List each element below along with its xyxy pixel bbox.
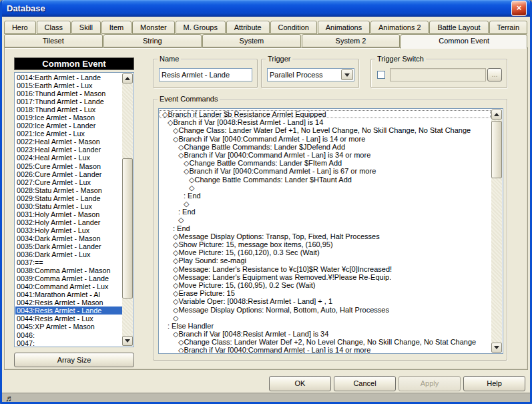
list-item[interactable]: 0041:Marathon Armlet - Al xyxy=(15,290,122,298)
tab-animations[interactable]: Animations xyxy=(318,21,370,34)
name-input[interactable] xyxy=(159,68,252,81)
tab-attribute[interactable]: Attribute xyxy=(226,21,270,34)
event-command-line[interactable]: ◇ xyxy=(160,216,491,224)
event-command-line[interactable]: ◇Erase Picture: 15 xyxy=(160,289,491,297)
list-item[interactable]: 0045:XP Armlet - Mason xyxy=(15,323,122,331)
event-command-line[interactable]: ◇Branch if Var [0040:Command Armlet - La… xyxy=(160,346,491,353)
list-item[interactable]: 0039:Comma Armlet - Lande xyxy=(15,274,122,282)
list-item[interactable]: 0034:Dark Armlet - Mason xyxy=(15,234,122,242)
help-button[interactable]: Help xyxy=(463,376,525,391)
scroll-up-icon[interactable] xyxy=(122,73,133,83)
list-item[interactable]: 0024:Heal Armlet - Lux xyxy=(15,154,122,162)
tab-system-2[interactable]: System 2 xyxy=(302,34,401,47)
list-item[interactable]: 0020:Ice Armlet - Lander xyxy=(15,122,122,130)
tab-system[interactable]: System xyxy=(202,34,301,47)
list-item[interactable]: 0033:Holy Armlet - Lux xyxy=(15,226,122,234)
event-command-line[interactable]: ◇Message Display Options: Normal, Bottom… xyxy=(160,306,491,314)
event-command-line[interactable]: ◇Change Class: Lander Water Def +2, No L… xyxy=(160,338,491,346)
close-icon[interactable]: × xyxy=(511,1,527,16)
chevron-down-icon[interactable] xyxy=(341,69,353,80)
event-command-line[interactable]: ◇Move Picture: 15, (160,120), 0.3 Sec (W… xyxy=(160,248,491,256)
list-item[interactable]: 0026:Cure Armlet - Lander xyxy=(15,170,122,178)
event-command-line[interactable]: ◇Branch if Var [0048:Resist Armlet - Lan… xyxy=(160,118,491,126)
list-item[interactable]: 0015:Earth Armlet - Lux xyxy=(15,81,122,89)
event-command-line[interactable]: ◇ xyxy=(160,200,491,208)
event-command-line[interactable]: ◇Change Battle Commands: Lander $FItem A… xyxy=(160,159,491,167)
event-command-line[interactable]: ◇Branch if Var [0040:Command Armlet - La… xyxy=(160,151,491,159)
event-command-line[interactable]: ◇Change Class: Lander Water Def +1, No L… xyxy=(160,126,491,134)
list-item[interactable]: 0030:Statu Armlet - Lux xyxy=(15,202,122,210)
tab-string[interactable]: String xyxy=(103,34,202,47)
list-item[interactable]: 0028:Statu Armlet - Mason xyxy=(15,186,122,194)
trigger-dropdown[interactable]: Parallel Process xyxy=(267,68,354,81)
list-item[interactable]: 0037:== xyxy=(15,258,122,266)
list-item[interactable]: 0029:Statu Armlet - Lande xyxy=(15,194,122,202)
list-item[interactable]: 0044:Resis Armlet - Lux xyxy=(15,315,122,323)
apply-button[interactable]: Apply xyxy=(398,376,461,391)
cancel-button[interactable]: Cancel xyxy=(334,376,396,391)
event-command-line[interactable]: ◇Move Picture: 15, (160,95), 0.2 Sec (Wa… xyxy=(160,281,491,289)
event-command-line[interactable]: ◇Show Picture: 15, message box items, (1… xyxy=(160,240,491,248)
tab-monster[interactable]: Monster xyxy=(132,21,175,34)
event-commands-scrollbar[interactable] xyxy=(491,110,502,353)
list-item[interactable]: 0018:Thund Armlet - Lux xyxy=(15,106,122,114)
event-command-line[interactable]: ◇Branch if Var [0040:Command Armlet - La… xyxy=(160,167,491,175)
ok-button[interactable]: OK xyxy=(269,376,331,391)
scroll-up-icon[interactable] xyxy=(491,110,502,120)
list-item[interactable]: 0027:Cure Armlet - Lux xyxy=(15,178,122,186)
list-item[interactable]: 0043:Resis Armlet - Lande xyxy=(15,307,122,315)
tab-item[interactable]: Item xyxy=(101,21,131,34)
list-item[interactable]: 0038:Comma Armlet - Mason xyxy=(15,266,122,274)
list-item[interactable]: 0019:Ice Armlet - Mason xyxy=(15,114,122,122)
event-command-line[interactable]: ◇Change Battle Commands: Lander $JDefend… xyxy=(160,143,491,151)
list-item[interactable]: 0021:Ice Armlet - Lux xyxy=(15,130,122,138)
list-item[interactable]: 0022:Heal Armlet - Mason xyxy=(15,138,122,146)
event-command-line[interactable]: : End xyxy=(160,224,491,232)
event-command-line[interactable]: ◇ xyxy=(160,314,491,322)
event-command-line[interactable]: ◇Variable Oper: [0048:Resist Armlet - La… xyxy=(160,297,491,305)
tab-class[interactable]: Class xyxy=(37,21,71,34)
event-scroll-track[interactable] xyxy=(491,120,502,343)
tab-hero[interactable]: Hero xyxy=(4,21,36,34)
list-item[interactable]: 0032:Holy Armlet - Lander xyxy=(15,218,122,226)
event-command-line[interactable]: ◇Message: Lander's Equipment was Removed… xyxy=(160,273,491,281)
event-command-line[interactable]: ◇Branch if Var [0048:Resist Armlet - Lan… xyxy=(160,330,491,338)
list-item[interactable]: 0025:Cure Armlet - Mason xyxy=(15,162,122,170)
event-command-line[interactable]: ◇Play Sound: se-magi xyxy=(160,256,491,264)
list-item[interactable]: 0040:Command Armlet - Lux xyxy=(15,282,122,290)
tab-animations-2[interactable]: Animations 2 xyxy=(370,21,429,34)
event-command-line[interactable]: ◇Branch if Var [0040:Command Armlet - La… xyxy=(160,135,491,143)
scroll-down-icon[interactable] xyxy=(491,343,502,353)
trigger-switch-browse-button[interactable]: ... xyxy=(487,68,502,81)
list-item[interactable]: 0035:Dark Armlet - Lander xyxy=(15,242,122,250)
event-command-line[interactable]: ◇Message: Lander's Resistance to ¥c[10]$… xyxy=(160,265,491,273)
event-command-line[interactable]: : End xyxy=(160,192,491,200)
list-item[interactable]: 0036:Dark Armlet - Lux xyxy=(15,250,122,258)
tab-skill[interactable]: Skill xyxy=(71,21,101,34)
tab-terrain[interactable]: Terrain xyxy=(489,21,527,34)
list-item[interactable]: 0047: xyxy=(15,339,122,346)
event-scroll-thumb[interactable] xyxy=(491,121,502,178)
scroll-down-icon[interactable] xyxy=(122,336,133,346)
tab-m-groups[interactable]: M. Groups xyxy=(176,21,226,34)
event-command-line[interactable]: ◇Branch if Lander $b Resistance Armlet E… xyxy=(160,110,491,118)
list-scrollbar[interactable] xyxy=(122,73,133,346)
tab-battle-layout[interactable]: Battle Layout xyxy=(429,21,488,34)
list-item[interactable]: 0042:Resis Armlet - Mason xyxy=(15,298,122,307)
array-size-button[interactable]: Array Size xyxy=(14,353,134,367)
list-item[interactable]: 0031:Holy Armlet - Mason xyxy=(15,210,122,218)
list-item[interactable]: 0014:Earth Armlet - Lande xyxy=(15,73,122,81)
event-command-line[interactable]: : End xyxy=(160,208,491,216)
event-command-line[interactable]: ◇Message Display Options: Transp, Top, F… xyxy=(160,232,491,240)
event-command-line[interactable]: ◇ xyxy=(160,184,491,192)
tab-condition[interactable]: Condition xyxy=(270,21,317,34)
trigger-switch-checkbox[interactable] xyxy=(377,71,385,79)
list-item[interactable]: 0023:Heal Armlet - Lander xyxy=(15,146,122,154)
tab-tileset[interactable]: Tileset xyxy=(4,34,103,47)
tab-common-event[interactable]: Common Event xyxy=(401,34,527,49)
list-scroll-track[interactable] xyxy=(122,83,133,336)
list-scroll-thumb[interactable] xyxy=(122,158,133,298)
event-command-line[interactable]: : Else Handler xyxy=(160,322,491,330)
list-item[interactable]: 0046: xyxy=(15,331,122,339)
list-item[interactable]: 0016:Thund Armlet - Mason xyxy=(15,89,122,97)
